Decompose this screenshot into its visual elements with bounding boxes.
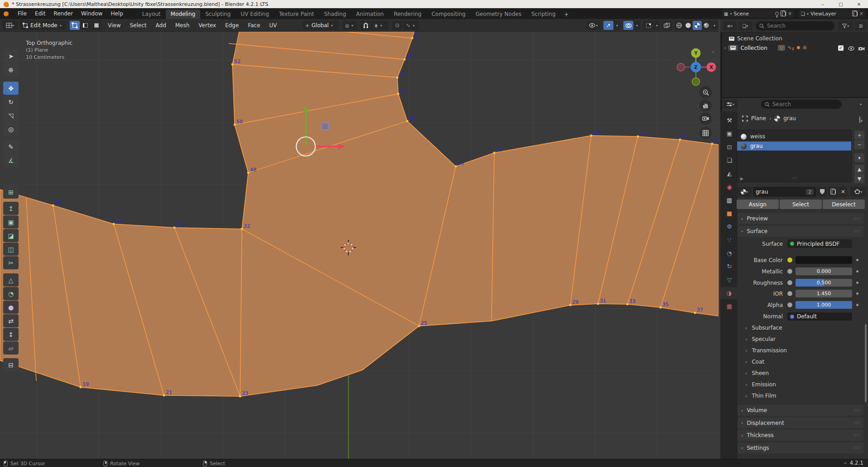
cursor-tool[interactable]: ⊕ (3, 63, 19, 76)
minimize-button[interactable]: – (814, 0, 832, 8)
properties-editor-type-button[interactable]: ▾ (723, 100, 738, 109)
gizmo-dropdown[interactable]: ▾ (614, 21, 620, 30)
shrink-fatten-tool[interactable]: ↕ (3, 328, 19, 341)
properties-options-dropdown[interactable]: ▾ (860, 102, 862, 107)
tab-compositing[interactable]: Compositing (426, 10, 470, 19)
viewport-menu-mesh[interactable]: Mesh (171, 22, 194, 29)
roughness-socket-icon[interactable] (787, 280, 793, 286)
scale-tool[interactable]: ◹ (3, 109, 19, 122)
panel-grip[interactable]: ∷∷ (854, 433, 860, 438)
collection-tile[interactable] (728, 45, 738, 51)
toggle-xray-button[interactable] (661, 21, 672, 30)
assign-button[interactable]: Assign (737, 199, 779, 209)
alpha-slider[interactable]: 1.000 (796, 301, 852, 309)
knife-tool[interactable]: ✂ (3, 256, 19, 269)
maximize-button[interactable]: □ (832, 0, 850, 8)
properties-tab-particles[interactable]: ∵ (721, 234, 738, 246)
smooth-tool[interactable]: ● (3, 301, 19, 314)
subpanel-coat[interactable]: ›Coat (745, 359, 764, 365)
keyframe-dot[interactable] (856, 259, 858, 261)
extrude-region-tool[interactable]: ↥ (3, 202, 19, 215)
annotate-tool[interactable]: ✎ (3, 140, 19, 153)
toggle-ortho-button[interactable] (699, 127, 712, 139)
vertex-select-mode-button[interactable] (70, 21, 80, 30)
ior-slider[interactable]: 1.450 (796, 290, 852, 297)
light-badge-icon[interactable]: ✺ (796, 45, 800, 51)
show-gizmo-toggle[interactable]: ↗ (603, 21, 613, 30)
unlink-scene-icon[interactable]: ✕ (788, 11, 792, 17)
tab-layout[interactable]: Layout (137, 10, 166, 19)
camera-badge-icon[interactable]: ✇ (803, 45, 807, 51)
surface-panel-header[interactable]: ›Surface∷∷ (738, 226, 863, 237)
pan-button[interactable] (699, 99, 712, 112)
spin-tool[interactable]: ◔ (3, 287, 19, 300)
panel-grip[interactable]: ∷∷ (854, 408, 860, 413)
menu-window[interactable]: Window (77, 10, 106, 17)
material-users-count[interactable]: 2 (806, 189, 814, 195)
properties-search[interactable]: Search (761, 100, 842, 109)
material-name-field[interactable]: grau 2 (753, 187, 816, 197)
edge-slide-tool[interactable]: ⇄ (3, 314, 19, 327)
material-slot-grau[interactable]: grau (737, 141, 851, 151)
pivot-point-dropdown[interactable]: ◎▾ (342, 21, 357, 30)
viewport-menu-view[interactable]: View (103, 22, 125, 29)
overlays-dropdown[interactable]: ▾ (634, 21, 640, 30)
pin-icon[interactable] (775, 12, 779, 15)
subpanel-emission[interactable]: ›Emission (745, 381, 776, 388)
outliner-filter-dropdown[interactable]: ▾ (838, 21, 853, 30)
preview-panel-header[interactable]: ›Preview∷∷ (738, 213, 863, 224)
poly-build-tool[interactable]: △ (3, 273, 19, 287)
subpanel-transmission[interactable]: ›Transmission (745, 347, 787, 354)
axis-minus-y-handle[interactable] (692, 78, 700, 86)
properties-tab-scene[interactable]: ◭ (721, 167, 738, 180)
show-overlays-toggle[interactable] (623, 21, 633, 30)
rotate-tool[interactable]: ↻ (3, 95, 19, 108)
snap-target-dropdown[interactable]: ⋕▾ (371, 21, 389, 30)
pin-id-icon[interactable] (859, 116, 860, 123)
move-slot-down-button[interactable]: ▼ (854, 174, 864, 183)
move-slot-up-button[interactable]: ▲ (854, 165, 864, 174)
collection-row[interactable]: › Collection ▽ ∿4 ✺ ✇ (724, 44, 807, 51)
outliner-search[interactable]: Search (756, 21, 834, 30)
rip-region-tool[interactable]: ⊟ (3, 358, 19, 371)
slot-list-expand-icon[interactable]: ▶ (740, 176, 743, 181)
outliner-display-mode-dropdown[interactable]: ≡▾ (723, 21, 737, 30)
add-material-slot-button[interactable]: + (854, 131, 864, 140)
shading-wireframe-button[interactable] (675, 21, 684, 30)
subpanel-sheen[interactable]: ›Sheen (745, 370, 769, 376)
tab-texture-paint[interactable]: Texture Paint (274, 10, 319, 19)
editor-type-button[interactable]: ▾ (2, 21, 18, 30)
properties-tab-object[interactable]: ■ (721, 207, 738, 219)
axis-minus-x-handle[interactable] (677, 63, 685, 71)
menu-help[interactable]: Help (106, 10, 127, 17)
duplicate-material-button[interactable] (828, 187, 838, 197)
properties-tab-output[interactable]: ⊡ (721, 141, 738, 153)
snap-toggle-button[interactable] (361, 21, 371, 30)
selectable-checkbox[interactable]: ✓ (838, 45, 844, 51)
material-slot-weiss[interactable]: weiss (737, 132, 851, 141)
panel-settings[interactable]: ›Settings∷∷ (738, 443, 863, 453)
mesh-data-badge-icon[interactable]: ▽ (778, 45, 785, 51)
menu-edit[interactable]: Edit (31, 10, 49, 17)
mode-dropdown[interactable]: Edit Mode ▾ (20, 21, 66, 30)
select-button[interactable]: Select (780, 199, 822, 209)
properties-tab-tool[interactable]: ⚒ (721, 114, 738, 126)
breadcrumb-object[interactable]: Plane (751, 115, 766, 122)
tab-geometry-nodes[interactable]: Geometry Nodes (471, 10, 526, 19)
xray-options-button[interactable] (643, 21, 653, 30)
close-button[interactable]: ✕ (850, 0, 868, 8)
shading-material-preview-button[interactable] (693, 21, 702, 30)
bevel-tool[interactable]: ◪ (3, 229, 19, 242)
viewport-menu-select[interactable]: Select (125, 22, 151, 29)
properties-tab-view-layer[interactable]: ❏ (721, 154, 738, 166)
edge-select-mode-button[interactable] (81, 21, 91, 30)
view-layer-selector[interactable]: ❏▾ ViewLayer ✕ (799, 10, 866, 18)
fake-user-button[interactable] (817, 187, 827, 197)
shading-solid-button[interactable] (684, 21, 693, 30)
properties-scrollbar[interactable] (865, 324, 867, 402)
measure-tool[interactable]: ∡ (3, 154, 19, 167)
panel-thickness[interactable]: ›Thickness∷∷ (738, 430, 863, 441)
loop-cut-tool[interactable]: ◫ (3, 243, 19, 256)
panel-grip[interactable]: ∷∷ (854, 421, 860, 425)
shading-dropdown[interactable]: ▾ (711, 21, 718, 30)
